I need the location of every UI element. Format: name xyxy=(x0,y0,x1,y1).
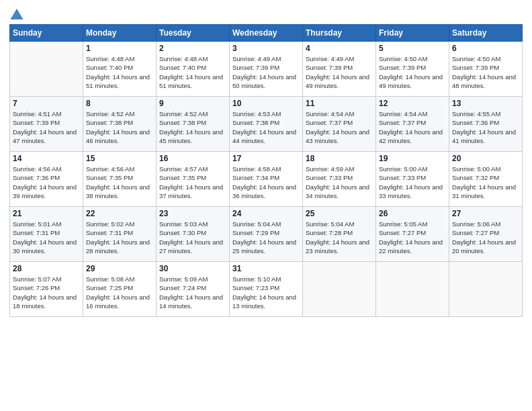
week-row-5: 28Sunrise: 5:07 AM Sunset: 7:26 PM Dayli… xyxy=(10,262,523,317)
day-number: 24 xyxy=(232,209,300,218)
day-cell: 21Sunrise: 5:01 AM Sunset: 7:31 PM Dayli… xyxy=(10,207,83,262)
day-cell: 27Sunrise: 5:06 AM Sunset: 7:27 PM Dayli… xyxy=(449,207,523,262)
day-info: Sunrise: 4:48 AM Sunset: 7:40 PM Dayligh… xyxy=(159,54,226,90)
day-info: Sunrise: 4:52 AM Sunset: 7:38 PM Dayligh… xyxy=(86,109,153,145)
weekday-header-thursday: Thursday xyxy=(303,25,376,42)
header xyxy=(9,7,523,21)
day-number: 30 xyxy=(159,264,226,273)
week-row-1: 1Sunrise: 4:48 AM Sunset: 7:40 PM Daylig… xyxy=(10,42,523,97)
day-info: Sunrise: 4:55 AM Sunset: 7:36 PM Dayligh… xyxy=(452,109,519,145)
day-number: 23 xyxy=(159,209,226,218)
day-info: Sunrise: 4:57 AM Sunset: 7:35 PM Dayligh… xyxy=(159,165,226,200)
day-info: Sunrise: 4:56 AM Sunset: 7:36 PM Dayligh… xyxy=(13,165,80,200)
day-cell: 2Sunrise: 4:48 AM Sunset: 7:40 PM Daylig… xyxy=(157,42,230,97)
day-cell: 8Sunrise: 4:52 AM Sunset: 7:38 PM Daylig… xyxy=(83,97,157,152)
day-info: Sunrise: 5:00 AM Sunset: 7:33 PM Dayligh… xyxy=(379,165,446,200)
day-number: 8 xyxy=(86,99,153,108)
day-cell: 1Sunrise: 4:48 AM Sunset: 7:40 PM Daylig… xyxy=(83,42,157,97)
day-info: Sunrise: 5:07 AM Sunset: 7:26 PM Dayligh… xyxy=(13,275,80,310)
day-info: Sunrise: 4:54 AM Sunset: 7:37 PM Dayligh… xyxy=(379,109,446,145)
day-cell xyxy=(376,262,449,317)
day-number: 18 xyxy=(306,154,373,163)
day-cell xyxy=(449,262,523,317)
day-cell xyxy=(10,42,83,97)
calendar: SundayMondayTuesdayWednesdayThursdayFrid… xyxy=(9,24,523,317)
weekday-header-sunday: Sunday xyxy=(10,25,83,42)
day-info: Sunrise: 5:01 AM Sunset: 7:31 PM Dayligh… xyxy=(13,220,80,255)
day-number: 14 xyxy=(13,154,80,163)
day-cell: 29Sunrise: 5:08 AM Sunset: 7:25 PM Dayli… xyxy=(83,262,157,317)
day-info: Sunrise: 5:08 AM Sunset: 7:25 PM Dayligh… xyxy=(86,275,153,310)
day-number: 11 xyxy=(306,99,373,108)
weekday-header-row: SundayMondayTuesdayWednesdayThursdayFrid… xyxy=(10,25,523,42)
day-cell: 30Sunrise: 5:09 AM Sunset: 7:24 PM Dayli… xyxy=(157,262,230,317)
day-info: Sunrise: 4:48 AM Sunset: 7:40 PM Dayligh… xyxy=(86,54,153,90)
day-cell: 12Sunrise: 4:54 AM Sunset: 7:37 PM Dayli… xyxy=(376,97,449,152)
day-cell: 20Sunrise: 5:00 AM Sunset: 7:32 PM Dayli… xyxy=(449,152,523,207)
day-number: 27 xyxy=(452,209,519,218)
day-cell xyxy=(303,262,376,317)
day-number: 28 xyxy=(13,264,80,273)
weekday-header-saturday: Saturday xyxy=(449,25,523,42)
day-cell: 19Sunrise: 5:00 AM Sunset: 7:33 PM Dayli… xyxy=(376,152,449,207)
day-cell: 5Sunrise: 4:50 AM Sunset: 7:39 PM Daylig… xyxy=(376,42,449,97)
day-number: 26 xyxy=(379,209,446,218)
day-number: 21 xyxy=(13,209,80,218)
day-cell: 15Sunrise: 4:56 AM Sunset: 7:35 PM Dayli… xyxy=(83,152,157,207)
day-cell: 18Sunrise: 4:59 AM Sunset: 7:33 PM Dayli… xyxy=(303,152,376,207)
weekday-header-friday: Friday xyxy=(376,25,449,42)
day-cell: 25Sunrise: 5:04 AM Sunset: 7:28 PM Dayli… xyxy=(303,207,376,262)
day-cell: 16Sunrise: 4:57 AM Sunset: 7:35 PM Dayli… xyxy=(157,152,230,207)
day-info: Sunrise: 4:52 AM Sunset: 7:38 PM Dayligh… xyxy=(159,109,226,145)
day-number: 31 xyxy=(232,264,300,273)
weekday-header-wednesday: Wednesday xyxy=(230,25,303,42)
page-container: SundayMondayTuesdayWednesdayThursdayFrid… xyxy=(0,0,532,411)
day-number: 5 xyxy=(379,44,446,53)
day-number: 15 xyxy=(86,154,153,163)
day-cell: 13Sunrise: 4:55 AM Sunset: 7:36 PM Dayli… xyxy=(449,97,523,152)
day-info: Sunrise: 5:04 AM Sunset: 7:29 PM Dayligh… xyxy=(232,220,300,255)
week-row-4: 21Sunrise: 5:01 AM Sunset: 7:31 PM Dayli… xyxy=(10,207,523,262)
day-cell: 14Sunrise: 4:56 AM Sunset: 7:36 PM Dayli… xyxy=(10,152,83,207)
day-info: Sunrise: 5:06 AM Sunset: 7:27 PM Dayligh… xyxy=(452,220,519,255)
day-info: Sunrise: 4:56 AM Sunset: 7:35 PM Dayligh… xyxy=(86,165,153,200)
day-info: Sunrise: 5:00 AM Sunset: 7:32 PM Dayligh… xyxy=(452,165,519,200)
day-info: Sunrise: 5:04 AM Sunset: 7:28 PM Dayligh… xyxy=(306,220,373,255)
day-info: Sunrise: 4:49 AM Sunset: 7:39 PM Dayligh… xyxy=(306,54,373,90)
day-cell: 22Sunrise: 5:02 AM Sunset: 7:31 PM Dayli… xyxy=(83,207,157,262)
day-number: 16 xyxy=(159,154,226,163)
day-cell: 31Sunrise: 5:10 AM Sunset: 7:23 PM Dayli… xyxy=(230,262,303,317)
day-info: Sunrise: 4:54 AM Sunset: 7:37 PM Dayligh… xyxy=(306,109,373,145)
day-cell: 11Sunrise: 4:54 AM Sunset: 7:37 PM Dayli… xyxy=(303,97,376,152)
day-number: 7 xyxy=(13,99,80,108)
day-info: Sunrise: 5:05 AM Sunset: 7:27 PM Dayligh… xyxy=(379,220,446,255)
day-cell: 9Sunrise: 4:52 AM Sunset: 7:38 PM Daylig… xyxy=(157,97,230,152)
day-number: 20 xyxy=(452,154,519,163)
week-row-3: 14Sunrise: 4:56 AM Sunset: 7:36 PM Dayli… xyxy=(10,152,523,207)
day-number: 6 xyxy=(452,44,519,53)
day-number: 25 xyxy=(306,209,373,218)
day-info: Sunrise: 4:58 AM Sunset: 7:34 PM Dayligh… xyxy=(232,165,300,200)
day-cell: 10Sunrise: 4:53 AM Sunset: 7:38 PM Dayli… xyxy=(230,97,303,152)
day-number: 2 xyxy=(159,44,226,53)
day-cell: 26Sunrise: 5:05 AM Sunset: 7:27 PM Dayli… xyxy=(376,207,449,262)
day-cell: 23Sunrise: 5:03 AM Sunset: 7:30 PM Dayli… xyxy=(157,207,230,262)
day-number: 13 xyxy=(452,99,519,108)
day-number: 4 xyxy=(306,44,373,53)
day-number: 19 xyxy=(379,154,446,163)
day-number: 1 xyxy=(86,44,153,53)
day-cell: 3Sunrise: 4:49 AM Sunset: 7:39 PM Daylig… xyxy=(230,42,303,97)
day-info: Sunrise: 4:53 AM Sunset: 7:38 PM Dayligh… xyxy=(232,109,300,145)
day-cell: 4Sunrise: 4:49 AM Sunset: 7:39 PM Daylig… xyxy=(303,42,376,97)
day-info: Sunrise: 4:50 AM Sunset: 7:39 PM Dayligh… xyxy=(379,54,446,90)
day-number: 3 xyxy=(232,44,300,53)
logo xyxy=(9,7,27,21)
day-number: 10 xyxy=(232,99,300,108)
logo-icon xyxy=(9,7,24,21)
day-number: 9 xyxy=(159,99,226,108)
day-number: 12 xyxy=(379,99,446,108)
day-cell: 17Sunrise: 4:58 AM Sunset: 7:34 PM Dayli… xyxy=(230,152,303,207)
day-number: 17 xyxy=(232,154,300,163)
day-cell: 24Sunrise: 5:04 AM Sunset: 7:29 PM Dayli… xyxy=(230,207,303,262)
day-info: Sunrise: 4:49 AM Sunset: 7:39 PM Dayligh… xyxy=(232,54,300,90)
